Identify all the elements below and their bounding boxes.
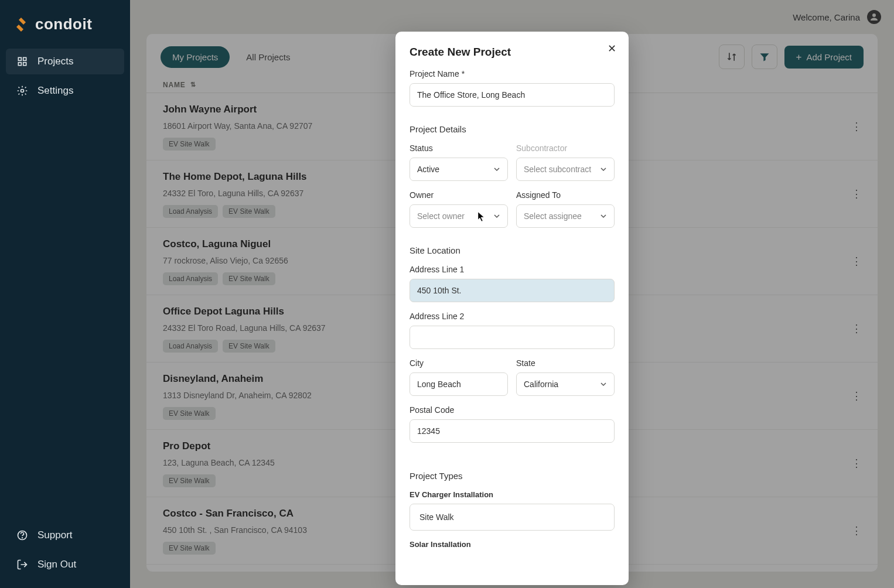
label-project-types: Project Types — [410, 471, 615, 481]
sidebar-item-label: Projects — [37, 56, 73, 67]
sidebar-item-projects[interactable]: Projects — [6, 49, 124, 74]
postal-input[interactable] — [410, 419, 615, 443]
sidebar-item-label: Settings — [37, 85, 73, 97]
gear-icon — [16, 85, 28, 97]
create-project-modal: ✕ Create New Project Project Name * Proj… — [395, 32, 629, 585]
label-project-name: Project Name * — [410, 69, 615, 78]
label-ev-charger: EV Charger Installation — [410, 490, 615, 499]
label-address2: Address Line 2 — [410, 312, 615, 321]
subcontractor-select[interactable]: Select subcontract — [516, 158, 615, 181]
type-site-walk[interactable]: Site Walk — [410, 504, 615, 531]
svg-rect-0 — [18, 57, 21, 60]
sidebar-item-support[interactable]: Support — [6, 522, 124, 548]
label-state: State — [516, 358, 615, 368]
modal-title: Create New Project — [410, 46, 615, 59]
svg-point-6 — [22, 538, 23, 538]
brand-name: condoit — [35, 15, 92, 33]
modal-overlay[interactable]: ✕ Create New Project Project Name * Proj… — [130, 0, 894, 588]
main: Welcome, Carina My Projects All Projects — [130, 0, 894, 588]
svg-point-4 — [21, 90, 24, 93]
label-city: City — [410, 358, 508, 368]
label-project-details: Project Details — [410, 124, 615, 134]
label-status: Status — [410, 143, 508, 153]
sidebar: condoit Projects Settings Sup — [0, 0, 130, 588]
sidebar-nav: Projects Settings — [0, 49, 130, 104]
svg-rect-1 — [23, 57, 26, 60]
svg-rect-3 — [23, 63, 26, 66]
label-postal: Postal Code — [410, 405, 615, 415]
help-icon — [16, 529, 28, 541]
close-icon[interactable]: ✕ — [605, 42, 618, 55]
label-assigned-to: Assigned To — [516, 190, 615, 200]
assigned-select[interactable]: Select assignee — [516, 204, 615, 228]
owner-select[interactable]: Select owner — [410, 204, 508, 228]
brand-logo: condoit — [0, 11, 130, 49]
sidebar-item-label: Sign Out — [37, 559, 76, 570]
address2-input[interactable] — [410, 326, 615, 349]
svg-rect-2 — [18, 63, 21, 66]
label-site-location: Site Location — [410, 245, 615, 255]
sidebar-item-signout[interactable]: Sign Out — [6, 552, 124, 577]
label-owner: Owner — [410, 190, 508, 200]
city-input[interactable] — [410, 372, 508, 396]
label-solar: Solar Installation — [410, 540, 615, 549]
sidebar-item-label: Support — [37, 529, 73, 541]
status-select[interactable]: Active — [410, 158, 508, 181]
project-name-input[interactable] — [410, 83, 615, 107]
label-address1: Address Line 1 — [410, 265, 615, 274]
sidebar-bottom: Support Sign Out — [0, 522, 130, 577]
logo-icon — [13, 16, 29, 33]
label-subcontractor: Subcontractor — [516, 143, 615, 153]
projects-icon — [16, 56, 28, 67]
signout-icon — [16, 559, 28, 570]
state-select[interactable]: California — [516, 372, 615, 396]
address1-input[interactable] — [410, 279, 615, 302]
sidebar-item-settings[interactable]: Settings — [6, 78, 124, 104]
